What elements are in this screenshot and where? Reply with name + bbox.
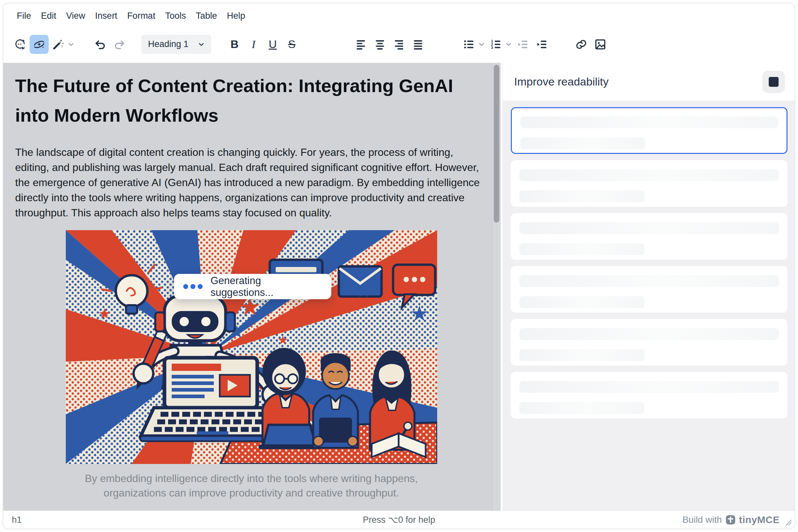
bullet-list-icon [463, 38, 475, 51]
italic-button[interactable]: I [244, 35, 263, 54]
image-icon [594, 38, 607, 51]
suggestion-card[interactable] [511, 213, 787, 260]
outdent-icon [516, 38, 529, 51]
svg-text:3: 3 [491, 46, 493, 50]
ai-suggestions-panel: Improve readability [503, 63, 795, 511]
align-left-button[interactable] [351, 35, 370, 54]
ai-eye-sparkle-icon [33, 38, 45, 51]
underline-button[interactable]: U [263, 35, 282, 54]
editor-scrollbar-thumb[interactable] [494, 65, 499, 223]
align-justify-button[interactable] [409, 35, 428, 54]
suggestion-list [503, 101, 795, 511]
align-justify-icon [412, 38, 424, 51]
menu-bar: File Edit View Insert Format Tools Table… [3, 3, 795, 26]
ai-assistant-button[interactable] [11, 35, 30, 54]
skeleton-bar [519, 349, 644, 361]
suggestion-card[interactable] [511, 319, 787, 366]
toolbar: Heading 1 B I U S [3, 26, 795, 63]
resize-handle-icon[interactable] [785, 519, 792, 526]
chevron-down-icon[interactable] [67, 40, 75, 48]
align-right-button[interactable] [389, 35, 409, 54]
align-center-icon [374, 38, 386, 51]
genai-illustration-image[interactable] [66, 230, 437, 464]
align-center-button[interactable] [370, 35, 389, 54]
editor-canvas[interactable]: The Future of Content Creation: Integrat… [3, 63, 501, 511]
image-caption[interactable]: By embedding intelligence directly into … [66, 471, 437, 500]
skeleton-bar [519, 190, 644, 202]
ai-chat-sparkle-icon [14, 38, 26, 51]
strikethrough-button[interactable]: S [282, 35, 301, 54]
document-title[interactable]: The Future of Content Creation: Integrat… [15, 71, 456, 130]
skeleton-bar [519, 381, 779, 393]
skeleton-bar [520, 137, 645, 149]
skeleton-bar [520, 116, 778, 128]
menu-help[interactable]: Help [222, 8, 250, 24]
skeleton-bar [519, 169, 779, 181]
indent-icon [536, 38, 548, 51]
skeleton-bar [519, 328, 779, 340]
menu-edit[interactable]: Edit [36, 8, 61, 24]
redo-button[interactable] [110, 35, 129, 54]
tinymce-logo-icon [725, 515, 736, 525]
ai-shortcuts-button[interactable] [49, 35, 68, 54]
help-shortcut-hint: Press ⌥0 for help [363, 515, 435, 525]
insert-image-button[interactable] [591, 35, 610, 54]
tinymce-editor-window: File Edit View Insert Format Tools Table… [3, 3, 795, 529]
chevron-down-icon[interactable] [505, 40, 513, 48]
block-format-value: Heading 1 [148, 39, 188, 49]
numbered-list-icon: 123 [489, 38, 502, 51]
skeleton-bar [519, 243, 644, 255]
menu-format[interactable]: Format [122, 8, 161, 24]
bullet-list-button[interactable] [459, 35, 478, 54]
screenshot-root: File Edit View Insert Format Tools Table… [0, 0, 798, 532]
outdent-button[interactable] [513, 35, 532, 54]
document-figure[interactable]: By embedding intelligence directly into … [66, 230, 437, 500]
stop-generation-button[interactable] [762, 71, 785, 93]
suggestion-card[interactable] [511, 266, 787, 313]
undo-icon [94, 38, 107, 51]
align-right-icon [393, 38, 405, 51]
status-bar: h1 Press ⌥0 for help Build with tinyMCE [3, 511, 795, 529]
skeleton-bar [519, 402, 644, 414]
redo-icon [113, 38, 126, 51]
chevron-down-icon[interactable] [478, 40, 485, 48]
menu-table[interactable]: Table [191, 8, 222, 24]
bold-button[interactable]: B [225, 35, 244, 54]
align-left-icon [355, 38, 367, 51]
menu-insert[interactable]: Insert [90, 8, 122, 24]
loading-dots-icon [183, 284, 203, 289]
indent-button[interactable] [532, 35, 551, 54]
generating-suggestions-label: Generating suggestions... [210, 275, 322, 299]
stop-icon [769, 77, 779, 87]
editor-scrollbar-track[interactable] [492, 63, 501, 511]
tinymce-branding-link[interactable]: Build with tinyMCE [683, 514, 780, 526]
panel-title: Improve readability [514, 75, 609, 88]
block-format-select[interactable]: Heading 1 [142, 35, 211, 54]
panel-header: Improve readability [503, 63, 795, 101]
numbered-list-button[interactable]: 123 [486, 35, 505, 54]
menu-file[interactable]: File [12, 8, 36, 24]
branding-prefix: Build with [683, 515, 722, 525]
document-paragraph[interactable]: The landscape of digital content creatio… [15, 145, 487, 220]
element-path[interactable]: h1 [12, 515, 22, 525]
undo-button[interactable] [91, 35, 110, 54]
menu-tools[interactable]: Tools [160, 8, 191, 24]
generating-suggestions-pill: Generating suggestions... [174, 274, 331, 299]
suggestion-card-selected[interactable] [511, 107, 787, 154]
ai-review-button-active[interactable] [30, 35, 49, 54]
magic-wand-icon [52, 38, 64, 51]
envelope-doodle [339, 266, 382, 297]
suggestion-card[interactable] [511, 372, 787, 419]
insert-link-button[interactable] [572, 35, 591, 54]
chevron-down-icon [197, 40, 205, 48]
skeleton-bar [519, 296, 644, 308]
suggestion-card[interactable] [511, 160, 787, 207]
skeleton-bar [519, 222, 779, 234]
link-icon [575, 38, 588, 51]
brand-name: tinyMCE [739, 514, 780, 526]
main-area: The Future of Content Creation: Integrat… [3, 63, 795, 511]
menu-view[interactable]: View [61, 8, 90, 24]
skeleton-bar [519, 275, 779, 287]
